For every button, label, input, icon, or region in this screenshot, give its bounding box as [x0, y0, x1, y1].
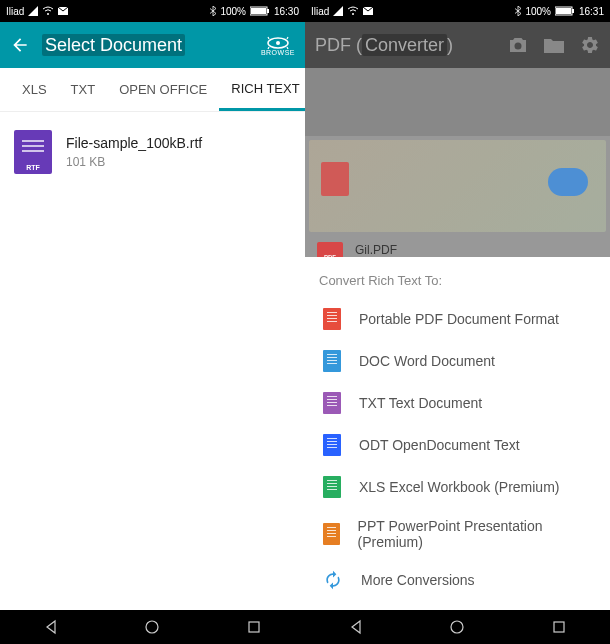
nav-back-icon[interactable] — [43, 619, 59, 635]
tab-richtext[interactable]: RICH TEXT — [219, 68, 311, 111]
status-bar-left: Iliad 100% 16:30 — [0, 0, 305, 22]
convert-bottom-sheet: Convert Rich Text To: Portable PDF Docum… — [305, 257, 610, 610]
file-list: RTF File-sample_100kB.rtf 101 KB — [0, 112, 305, 644]
option-odt[interactable]: ODT OpenDocument Text — [305, 424, 610, 466]
page-title: PDF (Converter) — [315, 35, 496, 56]
pdf-icon — [323, 308, 341, 330]
option-pdf[interactable]: Portable PDF Document Format — [305, 298, 610, 340]
file-size: 101 KB — [66, 155, 202, 169]
bluetooth-icon — [515, 6, 521, 16]
tab-xls[interactable]: XLS — [0, 68, 59, 111]
svg-rect-8 — [249, 622, 259, 632]
camera-button[interactable] — [508, 36, 528, 54]
carrier-label: Iliad — [311, 6, 329, 17]
app-bar-left: Select Document BROWSE — [0, 22, 305, 68]
option-xls[interactable]: XLS Excel Workbook (Premium) — [305, 466, 610, 508]
mail-icon — [363, 7, 373, 15]
signal-icon — [333, 6, 343, 16]
svg-point-14 — [515, 43, 522, 50]
signal-icon — [28, 6, 38, 16]
clock-label: 16:31 — [579, 6, 604, 17]
svg-point-15 — [451, 621, 463, 633]
file-name: File-sample_100kB.rtf — [66, 135, 202, 151]
doc-icon — [323, 350, 341, 372]
option-doc[interactable]: DOC Word Document — [305, 340, 610, 382]
mail-icon — [58, 7, 68, 15]
tab-txt[interactable]: TXT — [59, 68, 108, 111]
page-title: Select Document — [42, 35, 249, 56]
battery-percent: 100% — [220, 6, 246, 17]
svg-point-7 — [146, 621, 158, 633]
txt-icon — [323, 392, 341, 414]
wifi-icon — [347, 6, 359, 16]
option-ppt[interactable]: PPT PowerPoint Presentation (Premium) — [305, 508, 610, 560]
battery-percent: 100% — [525, 6, 551, 17]
refresh-icon — [323, 570, 343, 590]
pdf-icon — [321, 162, 349, 196]
nav-recent-icon[interactable] — [246, 619, 262, 635]
battery-icon — [250, 6, 270, 16]
nav-home-icon[interactable] — [144, 619, 160, 635]
bluetooth-icon — [210, 6, 216, 16]
nav-back-icon[interactable] — [348, 619, 364, 635]
bottom-nav-right — [305, 610, 610, 644]
app-bar-right: PDF (Converter) — [305, 22, 610, 68]
option-txt[interactable]: TXT Text Document — [305, 382, 610, 424]
folder-button[interactable] — [544, 37, 564, 53]
browse-button[interactable]: BROWSE — [261, 35, 295, 56]
status-bar-right: Iliad 100% 16:31 — [305, 0, 610, 22]
nav-home-icon[interactable] — [449, 619, 465, 635]
rtf-file-icon: RTF — [14, 130, 52, 174]
carrier-label: Iliad — [6, 6, 24, 17]
bottom-nav-left — [0, 610, 305, 644]
option-more[interactable]: More Conversions — [305, 560, 610, 600]
settings-button[interactable] — [580, 35, 600, 55]
file-item[interactable]: RTF File-sample_100kB.rtf 101 KB — [14, 130, 291, 174]
wifi-icon — [42, 6, 54, 16]
back-button[interactable] — [10, 35, 30, 55]
svg-rect-13 — [572, 9, 574, 13]
svg-point-0 — [47, 13, 49, 15]
svg-rect-4 — [267, 9, 269, 13]
svg-point-6 — [276, 41, 280, 45]
svg-rect-3 — [251, 8, 266, 14]
tab-openoffice[interactable]: OPEN OFFICE — [107, 68, 219, 111]
xls-icon — [323, 476, 341, 498]
nav-recent-icon[interactable] — [551, 619, 567, 635]
odt-icon — [323, 434, 341, 456]
tabs-bar: XLS TXT OPEN OFFICE RICH TEXT — [0, 68, 305, 112]
clock-label: 16:30 — [274, 6, 299, 17]
battery-icon — [555, 6, 575, 16]
svg-point-9 — [352, 13, 354, 15]
svg-rect-12 — [556, 8, 571, 14]
preview-card — [309, 140, 606, 232]
sheet-title: Convert Rich Text To: — [305, 273, 610, 298]
svg-rect-16 — [554, 622, 564, 632]
ppt-icon — [323, 523, 340, 545]
